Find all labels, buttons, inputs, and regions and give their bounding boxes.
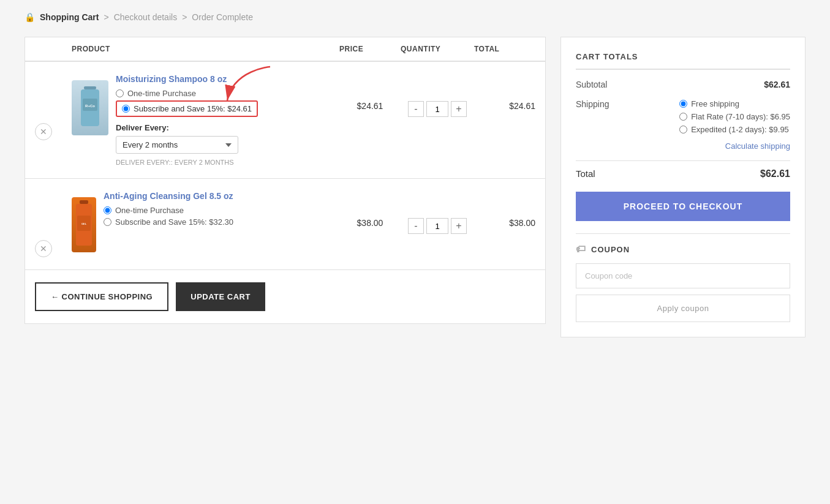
option-onetime-label-shampoo: One-time Purchase: [127, 89, 196, 98]
col-quantity: QUANTITY: [401, 45, 474, 53]
subtotal-value: $62.61: [764, 80, 790, 89]
option-subscribe-label-gel: Subscribe and Save 15%: $32.30: [115, 217, 233, 227]
option-subscribe-gel[interactable]: Subscribe and Save 15%: $32.30: [104, 217, 233, 227]
breadcrumb-separator1: >: [104, 12, 108, 22]
breadcrumb-checkout: Checkout details: [114, 12, 178, 22]
price-gel: $38.00: [339, 191, 401, 228]
subtotal-label: Subtotal: [576, 80, 607, 89]
breadcrumb: 🔒 Shopping Cart > Checkout details > Ord…: [25, 12, 805, 22]
deliver-every-label: Deliver Every:: [116, 123, 258, 132]
option-subscribe-label-shampoo: Subscribe and Save 15%: $24.61: [134, 104, 252, 113]
table-row: ✕ R+Co Moisturiz: [25, 62, 545, 179]
qty-increase-shampoo[interactable]: +: [451, 101, 467, 117]
option-subscribe-shampoo[interactable]: Subscribe and Save 15%: $24.61: [116, 100, 258, 117]
total-value: $62.61: [760, 168, 790, 179]
coupon-icon: 🏷: [576, 244, 586, 255]
total-gel: $38.00: [474, 191, 535, 228]
qty-decrease-gel[interactable]: -: [408, 218, 424, 234]
total-shampoo: $24.61: [474, 74, 535, 111]
breadcrumb-complete: Order Complete: [192, 12, 253, 22]
shipping-row: Shipping Free shipping Flat Rate (7-10 d…: [576, 99, 790, 151]
shipping-label: Shipping: [576, 99, 609, 109]
product-info-gel: Anti-Aging Cleansing Gel 8.5 oz One-time…: [96, 191, 233, 229]
total-label: Total: [576, 168, 595, 179]
col-price: PRICE: [339, 45, 401, 53]
product-image-shampoo: R+Co: [72, 74, 108, 135]
shipping-options: Free shipping Flat Rate (7-10 days): $6.…: [679, 99, 790, 151]
product-name-shampoo: Moisturizing Shampoo 8 oz: [116, 74, 258, 84]
qty-input-shampoo[interactable]: [426, 101, 448, 117]
product-info-shampoo: Moisturizing Shampoo 8 oz One-time Purch…: [108, 74, 258, 166]
coupon-title: 🏷 COUPON: [576, 244, 790, 255]
coupon-code-input[interactable]: [576, 263, 790, 288]
option-onetime-gel[interactable]: One-time Purchase: [104, 206, 233, 215]
cart-totals-sidebar: CART TOTALS Subtotal $62.61 Shipping Fre…: [560, 37, 805, 337]
deliver-every-note: DELIVER EVERY:: EVERY 2 MONTHS: [116, 159, 258, 166]
cart-section: PRODUCT PRICE QUANTITY TOTAL ✕: [25, 37, 546, 324]
shipping-flat-label: Flat Rate (7-10 days): $6.95: [691, 112, 790, 121]
product-name-gel: Anti-Aging Cleansing Gel 8.5 oz: [104, 191, 233, 201]
deliver-every-select[interactable]: Every 2 months: [116, 136, 238, 154]
svg-rect-5: [80, 200, 88, 204]
breadcrumb-active: Shopping Cart: [40, 12, 99, 22]
lock-icon: 🔒: [25, 12, 35, 22]
qty-gel: - +: [401, 191, 474, 234]
continue-shopping-button[interactable]: ← CONTINUE SHOPPING: [35, 282, 168, 311]
qty-shampoo: - +: [401, 74, 474, 117]
svg-text:R+Co: R+Co: [85, 104, 95, 108]
shipping-flat-option[interactable]: Flat Rate (7-10 days): $6.95: [679, 112, 790, 121]
qty-increase-gel[interactable]: +: [451, 218, 467, 234]
apply-coupon-button[interactable]: Apply coupon: [576, 295, 790, 322]
product-image-gel: GEL: [72, 191, 96, 252]
table-row: ✕ GEL Anti-Aging Cleansing Gel 8.5: [25, 179, 545, 270]
qty-decrease-shampoo[interactable]: -: [408, 101, 424, 117]
checkout-button[interactable]: PROCEED TO CHECKOUT: [576, 192, 790, 221]
calculate-shipping-link[interactable]: Calculate shipping: [679, 141, 790, 151]
col-product: PRODUCT: [72, 45, 339, 53]
svg-rect-0: [84, 86, 96, 89]
update-cart-button[interactable]: UPDATE CART: [176, 282, 265, 311]
table-header: PRODUCT PRICE QUANTITY TOTAL: [25, 37, 545, 62]
breadcrumb-separator2: >: [182, 12, 187, 22]
shipping-expedited-label: Expedited (1-2 days): $9.95: [691, 125, 789, 134]
option-onetime-shampoo[interactable]: One-time Purchase: [116, 89, 258, 98]
shipping-free-option[interactable]: Free shipping: [679, 99, 790, 108]
option-onetime-label-gel: One-time Purchase: [115, 206, 184, 215]
col-total: TOTAL: [474, 45, 535, 53]
total-final-row: Total $62.61: [576, 168, 790, 179]
svg-text:GEL: GEL: [81, 222, 87, 225]
price-shampoo: $24.61: [339, 74, 401, 111]
cart-actions: ← CONTINUE SHOPPING UPDATE CART: [25, 270, 545, 323]
cart-totals-title: CART TOTALS: [576, 52, 790, 70]
subtotal-row: Subtotal $62.61: [576, 80, 790, 89]
remove-item-2-button[interactable]: ✕: [35, 240, 52, 257]
coupon-section: 🏷 COUPON Apply coupon: [576, 233, 790, 322]
shipping-free-label: Free shipping: [691, 99, 739, 108]
remove-item-1-button[interactable]: ✕: [35, 123, 52, 140]
qty-input-gel[interactable]: [426, 218, 448, 234]
coupon-title-text: COUPON: [591, 245, 630, 254]
shipping-expedited-option[interactable]: Expedited (1-2 days): $9.95: [679, 125, 790, 134]
